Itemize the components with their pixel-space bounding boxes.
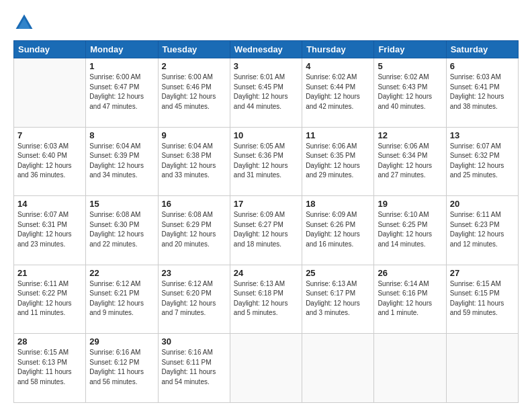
calendar-cell: 21Sunrise: 6:11 AM Sunset: 6:22 PM Dayli… xyxy=(14,265,86,334)
day-info: Sunrise: 6:03 AM Sunset: 6:40 PM Dayligh… xyxy=(17,142,82,181)
day-info: Sunrise: 6:09 AM Sunset: 6:27 PM Dayligh… xyxy=(234,210,298,249)
day-info: Sunrise: 6:06 AM Sunset: 6:35 PM Dayligh… xyxy=(306,142,370,181)
day-info: Sunrise: 6:10 AM Sunset: 6:25 PM Dayligh… xyxy=(378,210,442,249)
calendar-cell: 7Sunrise: 6:03 AM Sunset: 6:40 PM Daylig… xyxy=(14,127,86,196)
calendar-cell: 16Sunrise: 6:08 AM Sunset: 6:29 PM Dayli… xyxy=(158,196,230,265)
day-number: 7 xyxy=(17,130,82,140)
day-number: 15 xyxy=(89,199,154,209)
day-number: 12 xyxy=(378,130,442,140)
calendar-header-sunday: Sunday xyxy=(14,41,86,58)
calendar-cell xyxy=(374,334,446,403)
day-number: 13 xyxy=(450,130,515,140)
calendar-table: SundayMondayTuesdayWednesdayThursdayFrid… xyxy=(13,40,519,403)
page: SundayMondayTuesdayWednesdayThursdayFrid… xyxy=(0,0,532,411)
day-info: Sunrise: 6:15 AM Sunset: 6:15 PM Dayligh… xyxy=(450,279,515,318)
day-number: 9 xyxy=(162,130,226,140)
calendar-cell: 11Sunrise: 6:06 AM Sunset: 6:35 PM Dayli… xyxy=(302,127,374,196)
day-info: Sunrise: 6:13 AM Sunset: 6:17 PM Dayligh… xyxy=(306,279,370,318)
day-info: Sunrise: 6:05 AM Sunset: 6:36 PM Dayligh… xyxy=(234,142,298,181)
day-number: 8 xyxy=(89,130,154,140)
day-info: Sunrise: 6:16 AM Sunset: 6:12 PM Dayligh… xyxy=(89,348,154,387)
calendar-cell: 10Sunrise: 6:05 AM Sunset: 6:36 PM Dayli… xyxy=(230,127,302,196)
day-info: Sunrise: 6:12 AM Sunset: 6:21 PM Dayligh… xyxy=(89,279,154,318)
calendar-cell: 24Sunrise: 6:13 AM Sunset: 6:18 PM Dayli… xyxy=(230,265,302,334)
day-number: 19 xyxy=(378,199,442,209)
calendar-cell: 20Sunrise: 6:11 AM Sunset: 6:23 PM Dayli… xyxy=(446,196,518,265)
day-number: 6 xyxy=(450,61,515,71)
calendar-cell: 29Sunrise: 6:16 AM Sunset: 6:12 PM Dayli… xyxy=(86,334,158,403)
day-info: Sunrise: 6:15 AM Sunset: 6:13 PM Dayligh… xyxy=(17,348,82,387)
day-info: Sunrise: 6:08 AM Sunset: 6:29 PM Dayligh… xyxy=(162,210,226,249)
calendar-cell: 26Sunrise: 6:14 AM Sunset: 6:16 PM Dayli… xyxy=(374,265,446,334)
calendar-cell: 14Sunrise: 6:07 AM Sunset: 6:31 PM Dayli… xyxy=(14,196,86,265)
calendar-header-monday: Monday xyxy=(86,41,158,58)
day-info: Sunrise: 6:03 AM Sunset: 6:41 PM Dayligh… xyxy=(450,73,515,111)
calendar-cell: 13Sunrise: 6:07 AM Sunset: 6:32 PM Dayli… xyxy=(446,127,518,196)
calendar-cell: 3Sunrise: 6:01 AM Sunset: 6:45 PM Daylig… xyxy=(230,58,302,128)
calendar-week-5: 28Sunrise: 6:15 AM Sunset: 6:13 PM Dayli… xyxy=(14,334,519,403)
calendar-cell: 15Sunrise: 6:08 AM Sunset: 6:30 PM Dayli… xyxy=(86,196,158,265)
calendar-cell: 1Sunrise: 6:00 AM Sunset: 6:47 PM Daylig… xyxy=(86,58,158,128)
calendar-header-friday: Friday xyxy=(374,41,446,58)
calendar-header-thursday: Thursday xyxy=(302,41,374,58)
calendar-cell xyxy=(302,334,374,403)
calendar-week-2: 7Sunrise: 6:03 AM Sunset: 6:40 PM Daylig… xyxy=(14,127,519,196)
day-number: 10 xyxy=(234,130,298,140)
day-number: 17 xyxy=(234,199,298,209)
day-info: Sunrise: 6:04 AM Sunset: 6:39 PM Dayligh… xyxy=(89,142,154,181)
calendar-cell: 30Sunrise: 6:16 AM Sunset: 6:11 PM Dayli… xyxy=(158,334,230,403)
calendar-cell: 2Sunrise: 6:00 AM Sunset: 6:46 PM Daylig… xyxy=(158,58,230,128)
day-number: 18 xyxy=(306,199,370,209)
day-number: 21 xyxy=(17,268,82,278)
day-info: Sunrise: 6:00 AM Sunset: 6:47 PM Dayligh… xyxy=(89,73,154,111)
day-number: 3 xyxy=(234,61,298,71)
calendar-cell: 22Sunrise: 6:12 AM Sunset: 6:21 PM Dayli… xyxy=(86,265,158,334)
calendar-cell: 6Sunrise: 6:03 AM Sunset: 6:41 PM Daylig… xyxy=(446,58,518,128)
day-number: 20 xyxy=(450,199,515,209)
day-number: 26 xyxy=(378,268,442,278)
day-info: Sunrise: 6:02 AM Sunset: 6:44 PM Dayligh… xyxy=(306,73,370,111)
calendar-cell: 18Sunrise: 6:09 AM Sunset: 6:26 PM Dayli… xyxy=(302,196,374,265)
day-number: 4 xyxy=(306,61,370,71)
day-number: 24 xyxy=(234,268,298,278)
day-info: Sunrise: 6:08 AM Sunset: 6:30 PM Dayligh… xyxy=(89,210,154,249)
logo-icon xyxy=(13,12,35,34)
day-info: Sunrise: 6:12 AM Sunset: 6:20 PM Dayligh… xyxy=(162,279,226,318)
day-number: 16 xyxy=(162,199,226,209)
calendar-week-3: 14Sunrise: 6:07 AM Sunset: 6:31 PM Dayli… xyxy=(14,196,519,265)
calendar-cell xyxy=(446,334,518,403)
day-info: Sunrise: 6:06 AM Sunset: 6:34 PM Dayligh… xyxy=(378,142,442,181)
day-number: 30 xyxy=(162,336,226,347)
header xyxy=(13,12,519,34)
calendar-cell: 28Sunrise: 6:15 AM Sunset: 6:13 PM Dayli… xyxy=(14,334,86,403)
calendar-header-tuesday: Tuesday xyxy=(158,41,230,58)
calendar-cell: 9Sunrise: 6:04 AM Sunset: 6:38 PM Daylig… xyxy=(158,127,230,196)
day-info: Sunrise: 6:02 AM Sunset: 6:43 PM Dayligh… xyxy=(378,73,442,111)
calendar-header-wednesday: Wednesday xyxy=(230,41,302,58)
calendar-cell: 5Sunrise: 6:02 AM Sunset: 6:43 PM Daylig… xyxy=(374,58,446,128)
calendar-cell xyxy=(230,334,302,403)
day-info: Sunrise: 6:09 AM Sunset: 6:26 PM Dayligh… xyxy=(306,210,370,249)
calendar-week-4: 21Sunrise: 6:11 AM Sunset: 6:22 PM Dayli… xyxy=(14,265,519,334)
calendar-cell: 8Sunrise: 6:04 AM Sunset: 6:39 PM Daylig… xyxy=(86,127,158,196)
calendar-header-saturday: Saturday xyxy=(446,41,518,58)
day-info: Sunrise: 6:07 AM Sunset: 6:31 PM Dayligh… xyxy=(17,210,82,249)
day-number: 2 xyxy=(162,61,226,71)
calendar-cell xyxy=(14,58,86,128)
calendar-cell: 4Sunrise: 6:02 AM Sunset: 6:44 PM Daylig… xyxy=(302,58,374,128)
day-number: 23 xyxy=(162,268,226,278)
day-number: 14 xyxy=(17,199,82,209)
day-number: 25 xyxy=(306,268,370,278)
day-number: 11 xyxy=(306,130,370,140)
day-info: Sunrise: 6:00 AM Sunset: 6:46 PM Dayligh… xyxy=(162,73,226,111)
calendar-cell: 27Sunrise: 6:15 AM Sunset: 6:15 PM Dayli… xyxy=(446,265,518,334)
day-info: Sunrise: 6:01 AM Sunset: 6:45 PM Dayligh… xyxy=(234,73,298,111)
day-info: Sunrise: 6:13 AM Sunset: 6:18 PM Dayligh… xyxy=(234,279,298,318)
day-info: Sunrise: 6:16 AM Sunset: 6:11 PM Dayligh… xyxy=(162,348,226,387)
day-info: Sunrise: 6:04 AM Sunset: 6:38 PM Dayligh… xyxy=(162,142,226,181)
day-info: Sunrise: 6:07 AM Sunset: 6:32 PM Dayligh… xyxy=(450,142,515,181)
calendar-cell: 17Sunrise: 6:09 AM Sunset: 6:27 PM Dayli… xyxy=(230,196,302,265)
day-number: 1 xyxy=(89,61,154,71)
day-info: Sunrise: 6:11 AM Sunset: 6:22 PM Dayligh… xyxy=(17,279,82,318)
day-info: Sunrise: 6:11 AM Sunset: 6:23 PM Dayligh… xyxy=(450,210,515,249)
